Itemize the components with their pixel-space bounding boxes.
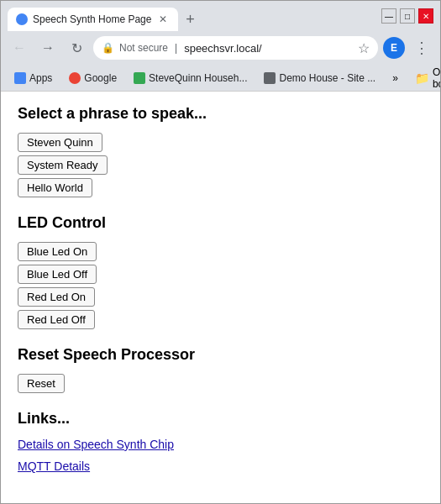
link-speech-synth-chip[interactable]: Details on Speech Synth Chip bbox=[18, 438, 423, 451]
phrases-section: Select a phrase to speak... Steven Quinn… bbox=[18, 105, 423, 197]
address-bar-row: ← → ↻ 🔒 Not secure | speechsvr.local/ ☆ … bbox=[1, 31, 440, 65]
window-controls: — □ ✕ bbox=[381, 8, 433, 24]
tab-bar: Speech Synth Home Page ✕ + bbox=[8, 1, 378, 31]
new-tab-button[interactable]: + bbox=[178, 8, 202, 31]
led-heading: LED Control bbox=[18, 214, 423, 232]
close-button[interactable]: ✕ bbox=[418, 8, 433, 24]
security-icon: 🔒 bbox=[102, 42, 114, 54]
red-led-on-button[interactable]: Red Led On bbox=[18, 287, 95, 307]
reset-heading: Reset Speech Processor bbox=[18, 346, 423, 364]
minimize-button[interactable]: — bbox=[381, 8, 396, 24]
bookmark-squinn[interactable]: SteveQuinn Househ... bbox=[127, 69, 254, 87]
phrases-heading: Select a phrase to speak... bbox=[18, 105, 423, 123]
tab-label: Speech Synth Home Page bbox=[33, 13, 151, 25]
links-section: Links... Details on Speech Synth Chip MQ… bbox=[18, 410, 423, 473]
phrase-button-system-ready[interactable]: System Ready bbox=[18, 155, 108, 175]
bookmarks-bar: Apps Google SteveQuinn Househ... Demo Ho… bbox=[1, 65, 440, 92]
bookmark-star-button[interactable]: ☆ bbox=[358, 40, 370, 56]
sq-favicon bbox=[134, 72, 145, 84]
reset-button[interactable]: Reset bbox=[18, 374, 65, 393]
red-led-off-button[interactable]: Red Led Off bbox=[18, 310, 95, 329]
title-bar: Speech Synth Home Page ✕ + — □ ✕ bbox=[1, 1, 440, 31]
google-favicon bbox=[69, 72, 81, 84]
bookmark-google-label: Google bbox=[84, 72, 117, 84]
back-button[interactable]: ← bbox=[8, 36, 31, 60]
profile-button[interactable]: E bbox=[383, 37, 405, 59]
reload-button[interactable]: ↻ bbox=[65, 36, 88, 60]
url-text: speechsvr.local/ bbox=[184, 42, 353, 55]
browser-window: Speech Synth Home Page ✕ + — □ ✕ ← → ↻ 🔒… bbox=[0, 0, 441, 504]
other-bookmarks-button[interactable]: 📁 Other bookmarks bbox=[408, 63, 441, 93]
blue-led-on-button[interactable]: Blue Led On bbox=[18, 242, 97, 261]
apps-favicon bbox=[14, 72, 26, 84]
link-mqtt-details[interactable]: MQTT Details bbox=[18, 459, 423, 473]
url-separator: | bbox=[175, 42, 177, 54]
led-section: LED Control Blue Led On Blue Led Off Red… bbox=[18, 214, 423, 329]
phrase-button-group: Steven Quinn System Ready Hello World bbox=[18, 133, 423, 197]
blue-led-off-button[interactable]: Blue Led Off bbox=[18, 265, 97, 284]
page-content: Select a phrase to speak... Steven Quinn… bbox=[1, 92, 440, 503]
more-bookmarks-button[interactable]: » bbox=[386, 69, 405, 87]
tab-favicon bbox=[16, 13, 28, 25]
forward-button[interactable]: → bbox=[36, 36, 60, 60]
phrase-button-hello-world[interactable]: Hello World bbox=[18, 178, 92, 197]
security-label: Not secure bbox=[119, 42, 168, 54]
tab-close-button[interactable]: ✕ bbox=[156, 13, 170, 26]
bookmark-demo[interactable]: Demo House - Site ... bbox=[257, 69, 382, 87]
links-heading: Links... bbox=[18, 410, 423, 428]
led-button-group: Blue Led On Blue Led Off Red Led On Red … bbox=[18, 242, 423, 329]
reset-button-group: Reset bbox=[18, 374, 423, 393]
more-options-button[interactable]: ⋮ bbox=[410, 36, 433, 60]
address-bar[interactable]: 🔒 Not secure | speechsvr.local/ ☆ bbox=[93, 36, 378, 60]
bookmark-google[interactable]: Google bbox=[62, 69, 123, 87]
reset-section: Reset Speech Processor Reset bbox=[18, 346, 423, 393]
active-tab[interactable]: Speech Synth Home Page ✕ bbox=[8, 8, 178, 31]
bookmark-demo-label: Demo House - Site ... bbox=[279, 72, 375, 84]
other-bookmarks-label: Other bookmarks bbox=[433, 66, 441, 90]
phrase-button-steven-quinn[interactable]: Steven Quinn bbox=[18, 133, 102, 152]
bookmark-squinn-label: SteveQuinn Househ... bbox=[149, 72, 247, 84]
demo-favicon bbox=[264, 72, 276, 84]
maximize-button[interactable]: □ bbox=[400, 8, 415, 24]
bookmark-apps-label: Apps bbox=[29, 72, 52, 84]
bookmark-apps[interactable]: Apps bbox=[8, 69, 59, 87]
